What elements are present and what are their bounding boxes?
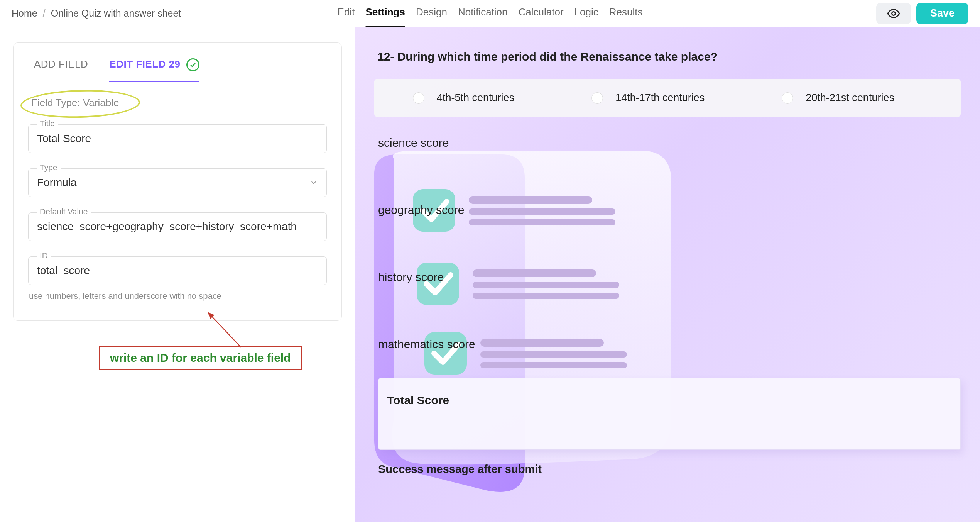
preview-score-math[interactable]: mathematics score bbox=[378, 338, 961, 351]
type-select-value: Formula bbox=[37, 176, 77, 189]
topbar: Home / Online Quiz with answer sheet Edi… bbox=[0, 0, 980, 27]
breadcrumb-home[interactable]: Home bbox=[12, 8, 37, 19]
type-select[interactable]: Formula bbox=[28, 168, 327, 197]
panel-tab-edit-field[interactable]: EDIT FIELD 29 bbox=[109, 58, 199, 82]
default-value-input[interactable] bbox=[28, 212, 327, 241]
preview-score-history[interactable]: history score bbox=[378, 271, 961, 284]
save-button[interactable]: Save bbox=[916, 3, 968, 24]
panel-tab-edit-field-label: EDIT FIELD 29 bbox=[109, 58, 180, 70]
id-help-text: use numbers, letters and underscore with… bbox=[28, 291, 327, 301]
preview-option-3[interactable]: 20th-21st centuries bbox=[782, 92, 894, 104]
default-value-field: Default Value bbox=[28, 212, 327, 241]
annotation-callout-text: write an ID for each variable field bbox=[110, 351, 291, 364]
form-preview-panel: 12- During which time period did the Ren… bbox=[355, 27, 980, 522]
radio-icon bbox=[591, 92, 603, 104]
preview-option-2[interactable]: 14th-17th centuries bbox=[591, 92, 705, 104]
radio-icon bbox=[782, 92, 793, 104]
title-input[interactable] bbox=[28, 124, 327, 153]
check-circle-icon bbox=[186, 58, 199, 71]
annotation-ellipse bbox=[20, 88, 140, 119]
tab-notification[interactable]: Notification bbox=[458, 0, 508, 27]
preview-option-3-label: 20th-21st centuries bbox=[806, 92, 894, 104]
breadcrumb-current: Online Quiz with answer sheet bbox=[51, 8, 181, 19]
preview-option-2-label: 14th-17th centuries bbox=[615, 92, 705, 104]
tab-design[interactable]: Design bbox=[416, 0, 447, 27]
preview-option-1-label: 4th-5th centuries bbox=[437, 92, 514, 104]
id-input[interactable] bbox=[28, 256, 327, 285]
id-field-label: ID bbox=[37, 251, 51, 260]
breadcrumb: Home / Online Quiz with answer sheet bbox=[12, 8, 181, 19]
type-field: Type Formula bbox=[28, 168, 327, 197]
type-field-label: Type bbox=[37, 163, 61, 172]
left-settings-panel-container: ADD FIELD EDIT FIELD 29 Field Type: Vari… bbox=[0, 27, 355, 522]
title-field: Title bbox=[28, 124, 327, 153]
preview-success-message[interactable]: Success message after submit bbox=[378, 463, 961, 476]
nav-tabs: Edit Settings Design Notification Calcul… bbox=[338, 0, 643, 27]
preview-options-row: 4th-5th centuries 14th-17th centuries 20… bbox=[374, 79, 961, 117]
preview-button[interactable] bbox=[876, 3, 911, 24]
tab-calculator[interactable]: Calculator bbox=[519, 0, 564, 27]
svg-point-0 bbox=[892, 12, 895, 15]
preview-score-science[interactable]: science score bbox=[378, 136, 961, 149]
radio-icon bbox=[413, 92, 424, 104]
field-settings-panel: ADD FIELD EDIT FIELD 29 Field Type: Vari… bbox=[13, 42, 342, 321]
title-field-label: Title bbox=[37, 119, 58, 128]
eye-icon bbox=[887, 7, 901, 20]
field-type-row: Field Type: Variable bbox=[28, 97, 327, 109]
preview-option-1[interactable]: 4th-5th centuries bbox=[413, 92, 514, 104]
tab-logic[interactable]: Logic bbox=[574, 0, 598, 27]
tab-edit[interactable]: Edit bbox=[338, 0, 355, 27]
annotation-callout-box: write an ID for each variable field bbox=[99, 346, 302, 370]
id-field: ID bbox=[28, 256, 327, 285]
panel-tab-add-field[interactable]: ADD FIELD bbox=[34, 58, 88, 82]
preview-question: 12- During which time period did the Ren… bbox=[374, 50, 961, 63]
default-value-label: Default Value bbox=[37, 207, 91, 216]
preview-total-score-card[interactable]: Total Score bbox=[378, 378, 961, 450]
chevron-down-icon bbox=[309, 178, 318, 187]
preview-score-geography[interactable]: geography score bbox=[378, 203, 961, 217]
tab-results[interactable]: Results bbox=[609, 0, 643, 27]
breadcrumb-separator: / bbox=[43, 8, 46, 19]
tab-settings[interactable]: Settings bbox=[365, 0, 405, 27]
